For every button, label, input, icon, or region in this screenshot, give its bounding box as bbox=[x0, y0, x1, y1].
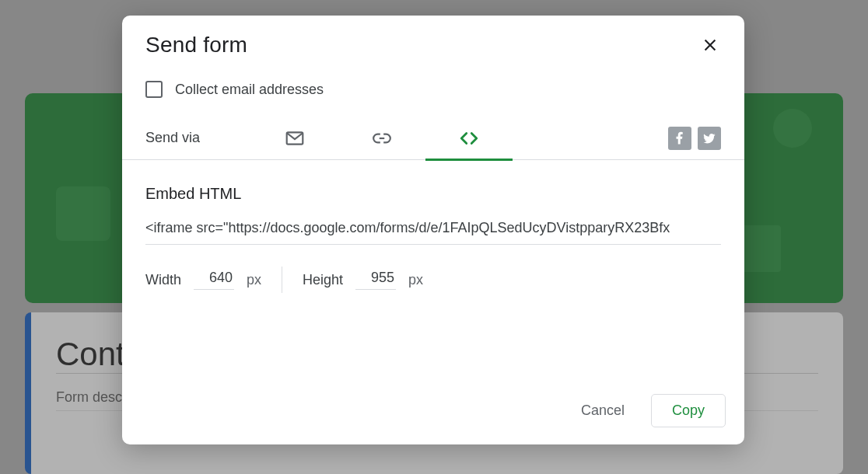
collect-emails-label: Collect email addresses bbox=[175, 82, 324, 98]
close-button[interactable] bbox=[699, 34, 721, 56]
embed-icon bbox=[458, 128, 480, 148]
twitter-icon bbox=[702, 131, 716, 145]
share-twitter-button[interactable] bbox=[698, 127, 721, 150]
tab-embed[interactable] bbox=[425, 117, 513, 160]
separator bbox=[282, 267, 282, 293]
dialog-title: Send form bbox=[145, 33, 247, 58]
width-label: Width bbox=[145, 272, 181, 288]
send-via-row: Send via bbox=[122, 117, 744, 160]
tab-link[interactable] bbox=[338, 117, 425, 160]
height-label: Height bbox=[303, 272, 343, 288]
link-icon bbox=[371, 128, 393, 148]
collect-emails-row: Collect email addresses bbox=[122, 58, 744, 117]
dimensions-row: Width px Height px bbox=[145, 267, 721, 293]
close-icon bbox=[702, 37, 719, 54]
dialog-header: Send form bbox=[122, 16, 744, 58]
send-form-dialog: Send form Collect email addresses Send v… bbox=[122, 16, 744, 444]
dialog-footer: Cancel Copy bbox=[122, 394, 744, 444]
facebook-icon bbox=[673, 131, 687, 145]
width-input[interactable] bbox=[194, 270, 234, 290]
dialog-body: Embed HTML Width px Height px bbox=[122, 160, 744, 293]
tab-email[interactable] bbox=[251, 117, 338, 160]
width-unit: px bbox=[247, 272, 261, 288]
height-input[interactable] bbox=[355, 270, 396, 290]
collect-emails-checkbox[interactable] bbox=[145, 81, 163, 98]
share-facebook-button[interactable] bbox=[668, 127, 691, 150]
mail-icon bbox=[284, 128, 306, 148]
social-share bbox=[668, 127, 721, 150]
height-unit: px bbox=[408, 272, 423, 288]
send-via-label: Send via bbox=[145, 130, 251, 146]
cancel-button[interactable]: Cancel bbox=[569, 395, 637, 427]
embed-section-title: Embed HTML bbox=[145, 185, 721, 203]
copy-button[interactable]: Copy bbox=[651, 394, 726, 427]
embed-code-field[interactable] bbox=[145, 220, 721, 245]
